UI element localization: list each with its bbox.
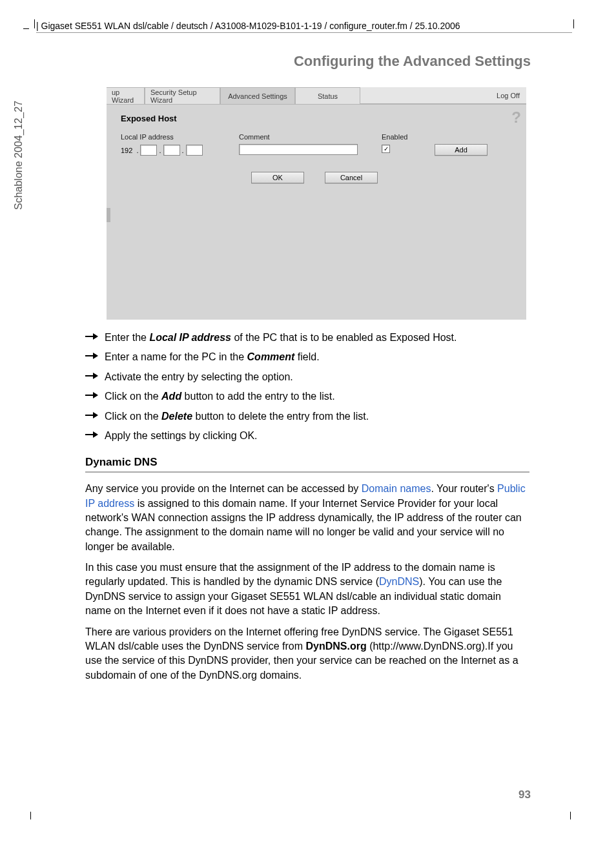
label-enabled: Enabled [382, 133, 407, 141]
bold-dyndns-org: DynDNS.org [305, 641, 366, 652]
ip-octet-4-input[interactable] [186, 145, 203, 156]
step-4: Click on the Add button to add the entry… [85, 389, 529, 404]
step-6: Apply the settings by clicking OK. [85, 429, 529, 443]
ip-input-row: 192 . . . [121, 145, 203, 156]
paragraph-3: There are various providers on the Inter… [85, 625, 529, 683]
cancel-button[interactable]: Cancel [325, 172, 378, 183]
ip-octet-2-input[interactable] [140, 145, 157, 156]
step-5: Click on the Delete button to delete the… [85, 409, 529, 424]
page-number: 93 [518, 788, 531, 801]
label-comment: Comment [239, 133, 270, 141]
section-rule [85, 471, 529, 473]
enabled-checkbox[interactable]: ✓ [382, 145, 390, 153]
tab-setup-wizard[interactable]: up Wizard [107, 87, 145, 104]
router-ui-screenshot: up Wizard Security Setup Wizard Advanced… [107, 87, 526, 320]
section-heading: Dynamic DNS [85, 455, 529, 470]
paragraph-1: Any service you provide on the Internet … [85, 482, 529, 554]
doc-header: | Gigaset SE551 WLAN dsl/cable / deutsch… [36, 21, 572, 33]
step-1: Enter the Local IP address of the PC tha… [85, 331, 529, 345]
step-2: Enter a name for the PC in the Comment f… [85, 350, 529, 364]
tab-advanced-settings[interactable]: Advanced Settings [220, 87, 295, 104]
add-button[interactable]: Add [435, 144, 488, 156]
left-nav-stub [107, 208, 110, 222]
crop-mark [570, 812, 571, 819]
label-local-ip: Local IP address [121, 133, 174, 141]
link-dyndns[interactable]: DynDNS [379, 576, 419, 587]
help-icon[interactable]: ? [511, 108, 521, 127]
comment-input[interactable] [239, 144, 358, 155]
body-content: Enter the Local IP address of the PC tha… [85, 325, 529, 689]
ip-octet-3-input[interactable] [163, 145, 180, 156]
template-stamp: Schablone 2004_12_27 [13, 101, 25, 210]
crop-mark [30, 812, 31, 819]
tab-status[interactable]: Status [295, 87, 360, 104]
exposed-host-panel: ? Exposed Host Local IP address Comment … [107, 104, 526, 320]
ip-octet-1: 192 [121, 147, 132, 154]
ok-button[interactable]: OK [251, 172, 304, 183]
page-title: Configuring the Advanced Settings [294, 53, 531, 70]
tab-security-wizard[interactable]: Security Setup Wizard [145, 87, 220, 104]
step-3: Activate the entry by selecting the opti… [85, 370, 529, 384]
instruction-list: Enter the Local IP address of the PC tha… [85, 331, 529, 443]
crop-mark [23, 28, 29, 29]
panel-heading: Exposed Host [121, 114, 177, 123]
tab-bar: up Wizard Security Setup Wizard Advanced… [107, 87, 526, 104]
logoff-link[interactable]: Log Off [360, 87, 526, 104]
link-domain-names[interactable]: Domain names [362, 483, 431, 494]
paragraph-2: In this case you must ensure that the as… [85, 561, 529, 619]
